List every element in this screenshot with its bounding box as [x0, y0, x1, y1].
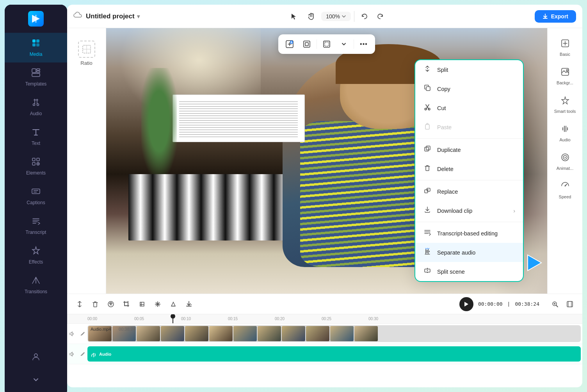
- ctx-replace[interactable]: Replace: [415, 182, 523, 201]
- audio-clip[interactable]: Audio: [87, 346, 581, 362]
- ctx-download-clip-label: Download clip: [437, 208, 472, 214]
- ctx-delete[interactable]: Delete: [415, 159, 523, 178]
- project-title-text: Untitled project: [86, 12, 135, 20]
- svg-point-46: [564, 157, 566, 158]
- audio-track-volume-btn[interactable]: [67, 349, 76, 359]
- fit-to-frame-btn[interactable]: [299, 37, 314, 52]
- rp-animate[interactable]: Animat...: [548, 148, 582, 175]
- zoom-in-btn[interactable]: [549, 298, 561, 310]
- delete-clip-btn[interactable]: [89, 298, 101, 310]
- ctx-transcript-label: Transcript-based editing: [437, 230, 498, 237]
- svg-marker-55: [464, 302, 468, 306]
- rp-basic[interactable]: Basic: [548, 34, 582, 61]
- ctx-duplicate[interactable]: Duplicate: [415, 140, 523, 159]
- templates-icon: [31, 68, 41, 79]
- svg-rect-57: [567, 301, 573, 307]
- topbar-center: 100%: [144, 9, 530, 23]
- ctx-sep3: [415, 222, 523, 222]
- thumb-4: [161, 326, 184, 341]
- rp-audio[interactable]: Audio: [548, 120, 582, 147]
- rp-background-label: Backgr...: [557, 80, 573, 85]
- ratio-item[interactable]: Ratio: [73, 36, 100, 71]
- svg-rect-13: [32, 162, 35, 165]
- more-options-btn[interactable]: •••: [356, 37, 371, 52]
- auto-color-btn[interactable]: [105, 298, 117, 310]
- ctx-cut[interactable]: Cut: [415, 98, 523, 118]
- timecode-total: 00:38:24: [515, 301, 539, 307]
- audio-track-edit-btn[interactable]: [78, 349, 87, 359]
- sidebar-item-media[interactable]: Media: [5, 33, 67, 62]
- sidebar-bottom: [5, 343, 67, 392]
- topbar: Untitled project ▾ 100%: [67, 5, 582, 28]
- hand-tool-btn[interactable]: [304, 9, 318, 23]
- templates-label: Templates: [25, 81, 47, 87]
- ctx-separate-audio-label: Separate audio: [437, 249, 475, 256]
- svg-rect-1: [32, 39, 36, 43]
- transitions-label: Transitions: [25, 289, 47, 294]
- profile-icon: [31, 352, 41, 363]
- sidebar-item-profile[interactable]: [8, 347, 64, 369]
- sidebar-item-transcript[interactable]: Transcript: [5, 211, 67, 241]
- svg-rect-15: [32, 189, 40, 194]
- ctx-split[interactable]: Split: [415, 60, 523, 79]
- svg-rect-27: [325, 42, 329, 46]
- ctx-copy[interactable]: Copy: [415, 79, 523, 98]
- ctx-split-scene[interactable]: Split scene: [415, 262, 523, 281]
- split-clip-btn[interactable]: [73, 298, 86, 310]
- rp-speed[interactable]: Speed: [548, 177, 582, 204]
- export-clip-btn[interactable]: [183, 298, 195, 310]
- logo-icon: [28, 11, 44, 27]
- timeline-ruler: 00:00 00:05 00:10 00:15 00:20 00:25 00:3…: [67, 314, 582, 324]
- clip-label: Audio.mp4: [91, 327, 111, 331]
- sidebar-item-elements[interactable]: Elements: [5, 151, 67, 181]
- ctx-paste-label: Paste: [437, 124, 452, 130]
- redo-btn[interactable]: [373, 9, 387, 23]
- sidebar-item-transitions[interactable]: Transitions: [5, 270, 67, 300]
- svg-rect-35: [426, 146, 430, 150]
- play-btn[interactable]: [459, 297, 473, 311]
- svg-rect-30: [426, 87, 430, 91]
- basic-icon: [561, 39, 569, 50]
- export-btn[interactable]: Export: [535, 10, 576, 23]
- sidebar-item-audio[interactable]: Audio: [5, 92, 67, 122]
- ctx-separate-audio[interactable]: Separate audio: [415, 243, 523, 262]
- svg-rect-4: [36, 43, 39, 46]
- separate-audio-icon: [423, 248, 432, 257]
- crop-btn[interactable]: [319, 37, 334, 52]
- video-area: ••• Split: [106, 28, 547, 294]
- audio-icon: [31, 98, 41, 109]
- transform-btn[interactable]: [136, 298, 148, 310]
- video-track-body[interactable]: Audio.mp4 00:38:24: [87, 324, 582, 344]
- sidebar-item-text[interactable]: Text: [5, 122, 67, 151]
- timeline-area: 00:00:00 | 00:38:24: [67, 294, 582, 387]
- ratio-label: Ratio: [80, 60, 92, 66]
- sidebar-item-captions[interactable]: Captions: [5, 181, 67, 211]
- track-edit-btn[interactable]: [78, 329, 87, 339]
- track-volume-btn[interactable]: [67, 329, 76, 339]
- audio-track-body[interactable]: Audio: [87, 344, 582, 364]
- svg-rect-7: [37, 71, 40, 73]
- sidebar-collapse[interactable]: [8, 370, 64, 390]
- rp-smart-tools[interactable]: Smart tools: [548, 91, 582, 118]
- undo-btn[interactable]: [358, 9, 372, 23]
- sidebar-item-templates[interactable]: Templates: [5, 62, 67, 92]
- svg-rect-11: [32, 158, 35, 161]
- rp-audio-label: Audio: [559, 137, 570, 142]
- speed-icon: [561, 182, 569, 192]
- ctx-download-clip[interactable]: Download clip ›: [415, 201, 523, 220]
- svg-rect-3: [32, 43, 36, 46]
- freeze-btn[interactable]: [151, 298, 164, 310]
- sidebar-item-effects[interactable]: Effects: [5, 241, 67, 270]
- svg-point-10: [37, 104, 39, 106]
- add-to-timeline-btn[interactable]: [282, 37, 297, 52]
- crop-dropdown-btn[interactable]: [336, 37, 351, 52]
- select-tool-btn[interactable]: [287, 9, 301, 23]
- video-clip[interactable]: Audio.mp4 00:38:24: [87, 325, 581, 342]
- fit-timeline-btn[interactable]: [564, 298, 576, 310]
- zoom-control[interactable]: 100%: [321, 12, 351, 21]
- ctx-transcript-editing[interactable]: Transcript-based editing: [415, 224, 523, 243]
- rp-background[interactable]: Backgr...: [548, 63, 582, 90]
- clip-speed-btn[interactable]: [167, 298, 180, 310]
- crop-timeline-btn[interactable]: [120, 298, 133, 310]
- project-title-btn[interactable]: Untitled project ▾: [86, 12, 140, 20]
